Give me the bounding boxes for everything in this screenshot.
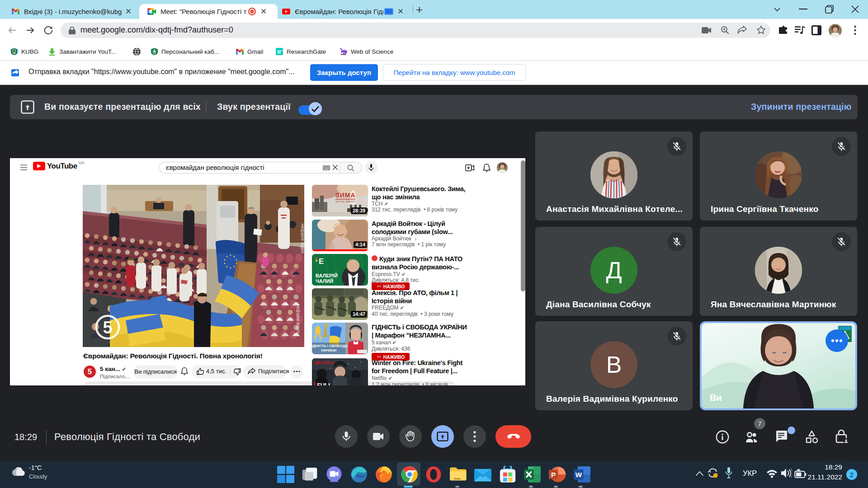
svg-text:нефірне відео: нефірне відео — [296, 304, 301, 334]
svg-text:P: P — [551, 471, 556, 479]
svg-text:ЧАЛИЙ: ЧАЛИЙ — [316, 278, 333, 284]
svg-text:нефірне відео: нефірне відео — [300, 224, 304, 253]
svg-text:FULL: FULL — [317, 382, 332, 385]
svg-text:ВАЛЕРІЙ: ВАЛЕРІЙ — [316, 273, 338, 278]
svg-text:ЩО НАС ЗМІНИЛА: ЩО НАС ЗМІНИЛА — [335, 200, 356, 203]
svg-text:5: 5 — [103, 318, 112, 337]
svg-text:W: W — [576, 471, 582, 479]
svg-text:ЗИМА: ЗИМА — [335, 192, 356, 199]
svg-text:NETFLIX: NETFLIX — [315, 360, 334, 365]
svg-text:Е: Е — [319, 257, 324, 266]
svg-text:ГІДНІСТЬ і СВОБОДА: ГІДНІСТЬ і СВОБОДА — [312, 344, 348, 348]
svg-text:УКРАЇНИ: УКРАЇНИ — [321, 348, 336, 352]
svg-text:G: G — [281, 49, 283, 52]
